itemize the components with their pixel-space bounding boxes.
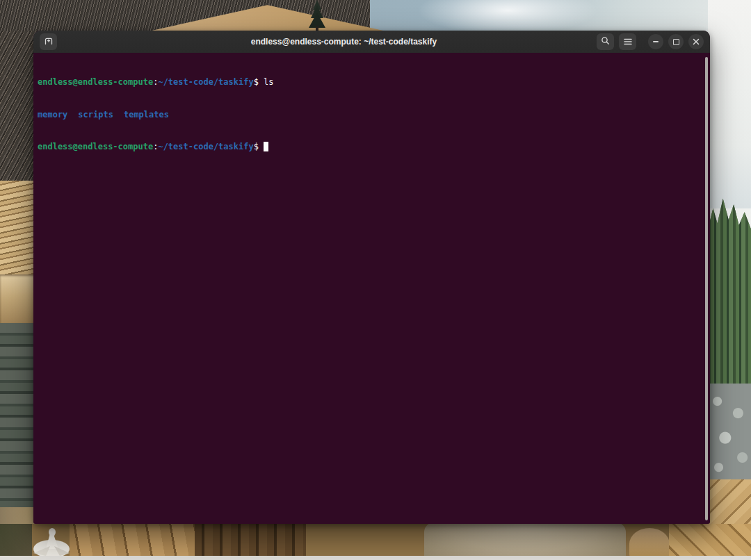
terminal-content[interactable]: endless@endless-compute:~/test-code/task… (33, 53, 710, 524)
titlebar[interactable]: endless@endless-compute: ~/test-code/tas… (33, 31, 710, 53)
wallpaper-dark-slats (195, 524, 306, 560)
prompt-path: ~/test-code/taskify (158, 77, 253, 87)
directory-name: templates (124, 110, 169, 120)
hamburger-menu-icon (624, 37, 632, 47)
wallpaper-cloud (417, 0, 598, 35)
search-icon (601, 36, 610, 47)
wallpaper-large-stone (424, 522, 626, 560)
prompt-symbol: $ (254, 77, 259, 87)
terminal-line-ls-output: memoryscriptstemplates (38, 110, 706, 121)
close-button[interactable] (688, 34, 704, 49)
prompt-path: ~/test-code/taskify (158, 142, 253, 151)
prompt-symbol: $ (254, 142, 259, 151)
terminal-line-prompt-command: endless@endless-compute:~/test-code/task… (38, 77, 706, 88)
new-tab-icon (44, 36, 54, 47)
wallpaper-evergreen-tree (299, 0, 335, 32)
directory-name: memory (38, 110, 67, 120)
titlebar-controls (597, 33, 704, 50)
minimize-icon (653, 41, 659, 42)
minimize-button[interactable] (648, 34, 663, 49)
menu-button[interactable] (619, 33, 636, 50)
window-title: endless@endless-compute: ~/test-code/tas… (103, 37, 585, 47)
prompt-user-host: endless@endless-compute (38, 77, 153, 87)
close-icon (693, 37, 700, 47)
maximize-button[interactable] (668, 34, 684, 49)
wallpaper-rocky-scree (708, 384, 751, 482)
typed-command: ls (264, 77, 273, 87)
search-button[interactable] (597, 33, 614, 50)
new-tab-button[interactable] (40, 33, 57, 50)
maximize-icon (673, 39, 679, 45)
terminal-line-prompt-current: endless@endless-compute:~/test-code/task… (38, 142, 706, 153)
terminal-cursor (264, 142, 268, 151)
prompt-user-host: endless@endless-compute (38, 142, 153, 151)
wallpaper-right-sky (708, 0, 751, 208)
window-control-buttons (648, 34, 704, 49)
wallpaper-bird-sculpture (25, 525, 78, 560)
terminal-scrollbar[interactable] (705, 57, 708, 520)
terminal-window: endless@endless-compute: ~/test-code/tas… (33, 31, 710, 524)
directory-name: scripts (78, 110, 113, 120)
wallpaper-bottom-strip (0, 556, 751, 560)
desktop: endless@endless-compute: ~/test-code/tas… (0, 0, 751, 560)
wallpaper-forest-slope (708, 199, 751, 389)
wallpaper-wooden-crate (669, 524, 751, 560)
